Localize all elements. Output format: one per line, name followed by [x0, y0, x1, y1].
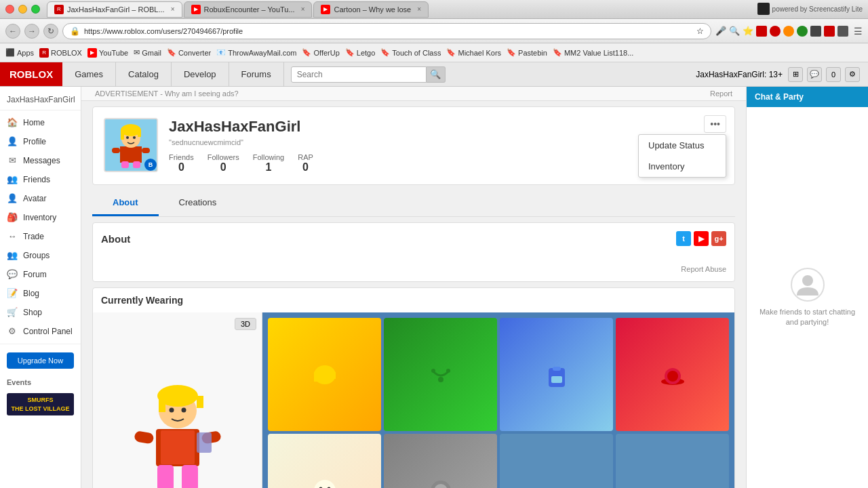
upgrade-button[interactable]: Upgrade Now — [7, 352, 74, 369]
bookmark-converter[interactable]: 🔖 Converter — [167, 48, 211, 57]
sidebar-item-shop[interactable]: 🛒 Shop — [0, 303, 81, 322]
sidebar-item-forum[interactable]: 💬 Forum — [0, 265, 81, 284]
smurfs-banner[interactable]: SMURFS THE LOST VILLAGE — [7, 393, 74, 415]
profile-card: B JaxHasHaxFanGirl "sednucnuewcmimcid" F… — [92, 106, 735, 185]
sidebar-item-control-panel[interactable]: ⚙ Control Panel — [0, 322, 81, 341]
screencastify-logo — [757, 3, 770, 15]
wearing-item-helmet[interactable] — [384, 434, 497, 488]
nav-develop[interactable]: Develop — [172, 62, 229, 87]
wearing-item-empty-1 — [500, 434, 613, 488]
sidebar-item-messages[interactable]: ✉ Messages — [0, 151, 81, 170]
bookmark-letgo[interactable]: 🔖 Letgo — [345, 48, 376, 57]
wearing-item-backpack[interactable] — [500, 318, 613, 431]
tab-close-roblox[interactable]: × — [171, 5, 175, 13]
dropdown-update-status[interactable]: Update Status — [639, 135, 726, 156]
report-abuse-link[interactable]: Report Abuse — [101, 265, 726, 273]
tab-about[interactable]: About — [92, 190, 159, 216]
wearing-3d-view: 3D — [93, 312, 262, 488]
bookmark-toc-label: Touch of Class — [392, 49, 441, 57]
profile-more-button[interactable]: ••• — [704, 115, 726, 133]
sidebar-item-avatar[interactable]: 👤 Avatar — [0, 189, 81, 208]
wearing-item-hat[interactable] — [616, 318, 729, 431]
tab-cartoon[interactable]: ▶ Cartoon – Why we lose × — [313, 1, 429, 18]
wearing-3d-button[interactable]: 3D — [235, 318, 256, 330]
sidebar-item-blog[interactable]: 📝 Blog — [0, 284, 81, 303]
tab-youtube-robux[interactable]: ▶ RobuxEncounter – YouTu... × — [184, 1, 313, 18]
throwaway-icon: 📧 — [216, 48, 226, 57]
ext-icon-5 — [810, 26, 821, 37]
roblox-grid-icon[interactable]: ⊞ — [788, 67, 803, 82]
bookmark-gmail[interactable]: ✉ Gmail — [134, 48, 161, 57]
sidebar-item-trade[interactable]: ↔ Trade — [0, 227, 81, 246]
search-magnifier-icon: 🔍 — [430, 69, 441, 79]
wearing-item-necklace[interactable] — [384, 318, 497, 431]
stat-rap-value: 0 — [298, 161, 313, 174]
main-layout: JaxHasHaxFanGirl 🏠 Home 👤 Profile ✉ Mess… — [0, 87, 868, 488]
minimize-window-button[interactable] — [18, 5, 27, 14]
bookmark-throwaway-label: ThrowAwayMail.com — [228, 49, 296, 57]
bookmark-offerup[interactable]: 🔖 OfferUp — [302, 48, 339, 57]
bookmark-michaelkors[interactable]: 🔖 Michael Kors — [446, 48, 501, 57]
maximize-window-button[interactable] — [31, 5, 40, 14]
tab-creations[interactable]: Creations — [159, 190, 237, 216]
chat-panel-header[interactable]: Chat & Party — [747, 87, 868, 107]
svg-rect-36 — [551, 376, 562, 383]
sidebar-item-inventory[interactable]: 🎒 Inventory — [0, 208, 81, 227]
about-title-text: About — [101, 233, 130, 245]
forward-button[interactable]: → — [24, 24, 39, 39]
roblox-chat-icon[interactable]: 💬 — [807, 67, 822, 82]
nav-bar: ← → ↻ 🔒 https://www.roblox.com/users/270… — [0, 19, 868, 43]
gplus-icon[interactable]: g+ — [711, 231, 726, 246]
report-ad-link[interactable]: Report — [710, 89, 732, 98]
svg-rect-1 — [120, 146, 142, 163]
roblox-logo[interactable]: ROBLOX — [0, 62, 62, 86]
content-area: ADVERTISEMENT - Why am I seeing ads? Rep… — [81, 87, 746, 488]
bookmark-apps-label: Apps — [17, 49, 34, 57]
star-icon[interactable]: ☆ — [696, 26, 704, 36]
menu-icon[interactable]: ☰ — [854, 26, 863, 37]
tab-close-youtube[interactable]: × — [301, 5, 305, 13]
url-text: https://www.roblox.com/users/270494667/p… — [84, 27, 692, 35]
bookmark-mk-label: Michael Kors — [458, 49, 501, 57]
stat-following-label: Following — [253, 153, 284, 161]
sidebar-item-groups[interactable]: 👥 Groups — [0, 246, 81, 265]
close-window-button[interactable] — [5, 5, 14, 14]
gmail-favicon: ✉ — [134, 48, 140, 57]
sidebar-item-profile[interactable]: 👤 Profile — [0, 132, 81, 151]
bookmark-mm2[interactable]: 🔖 MM2 Value List118... — [553, 48, 634, 57]
svg-point-31 — [438, 377, 443, 382]
bookmark-touchofclass[interactable]: 🔖 Touch of Class — [380, 48, 441, 57]
dropdown-inventory[interactable]: Inventory — [639, 156, 726, 177]
roblox-search-input[interactable] — [291, 66, 427, 83]
sidebar-item-friends[interactable]: 👥 Friends — [0, 170, 81, 189]
nav-catalog[interactable]: Catalog — [116, 62, 172, 87]
nav-forums[interactable]: Forums — [229, 62, 284, 87]
tab-roblox-profile[interactable]: R JaxHasHaxFanGirl – ROBL... × — [47, 1, 182, 18]
bookmark-throwaway[interactable]: 📧 ThrowAwayMail.com — [216, 48, 296, 57]
youtube-social-icon[interactable]: ▶ — [694, 231, 709, 246]
roblox-header: ROBLOX Games Catalog Develop Forums 🔍 Ja… — [0, 62, 868, 87]
roblox-header-icons: ⊞ 💬 0 ⚙ — [788, 67, 860, 82]
blog-icon: 📝 — [7, 288, 18, 299]
nav-games[interactable]: Games — [62, 62, 116, 87]
back-button[interactable]: ← — [5, 24, 20, 39]
tab-favicon-roblox: R — [54, 5, 64, 14]
refresh-button[interactable]: ↻ — [43, 24, 58, 39]
bookmark-apps[interactable]: ⬛ Apps — [5, 48, 34, 57]
roblox-search-button[interactable]: 🔍 — [427, 66, 446, 83]
tab-close-cartoon[interactable]: × — [417, 5, 421, 13]
wearing-item-face[interactable] — [268, 434, 381, 488]
sidebar-item-home[interactable]: 🏠 Home — [0, 113, 81, 132]
screencastify-label: powered by Screencastify Lite — [772, 5, 863, 13]
bookmark-pastebin[interactable]: 🔖 Pastebin — [507, 48, 547, 57]
bookmark-youtube[interactable]: ▶ YouTube — [87, 48, 128, 58]
bookmark-letgo-label: Letgo — [357, 49, 376, 57]
svg-point-19 — [169, 408, 174, 413]
address-bar[interactable]: 🔒 https://www.roblox.com/users/270494667… — [62, 23, 711, 39]
wearing-item-hair[interactable] — [268, 318, 381, 431]
twitter-icon[interactable]: t — [676, 231, 691, 246]
roblox-gear-icon[interactable]: ⚙ — [845, 67, 860, 82]
bookmark-roblox[interactable]: R ROBLOX — [39, 48, 82, 58]
roblox-notifications-icon[interactable]: 0 — [826, 67, 841, 82]
svg-rect-17 — [159, 396, 165, 412]
